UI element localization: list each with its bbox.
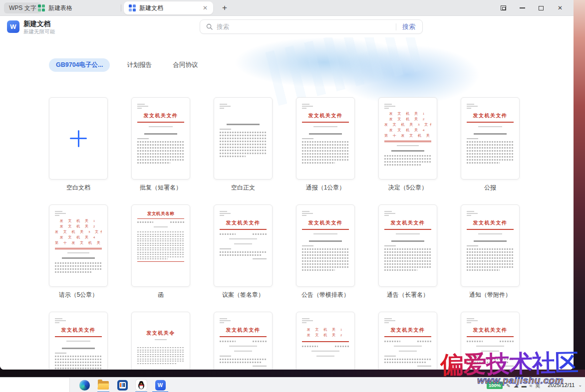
tab-new-document[interactable]: 新建文档 ✕ xyxy=(124,1,213,14)
tray-chevron-icon[interactable]: ⌄ xyxy=(578,383,582,388)
doc-header-lines xyxy=(55,211,102,216)
template-card-函[interactable]: 发文机关名称 xyxy=(131,204,190,287)
ime-icon[interactable]: 英 xyxy=(535,383,540,389)
doc-red-title: 发文机关文件 xyxy=(302,219,349,226)
category-tab-1[interactable]: GB9704电子公... xyxy=(49,58,110,72)
minimize-icon[interactable] xyxy=(516,2,529,14)
tab-label: 新建文档 xyxy=(139,4,163,12)
template-label: 议案（签名章） xyxy=(214,291,273,299)
template-card-row3-1[interactable]: 发文机关文件 xyxy=(49,312,108,370)
pen-icon[interactable]: ✎ xyxy=(506,383,510,389)
template-card-批复（短署名）[interactable]: 发文机关文件 xyxy=(131,97,190,180)
doc-red-org-row: 发 文 机 关 2 xyxy=(302,333,349,338)
page-subtitle: 新建无限可能 xyxy=(23,28,55,35)
wps-window: WPS 文字 新建表格 新建文档 ✕ + ✕ W 新建文档 新建无限可能 xyxy=(0,0,574,370)
tab-label: 新建表格 xyxy=(48,4,72,12)
doc-red-org-row: 发 文 机 关 1 xyxy=(302,327,349,333)
doc-red-org-row: 发 文 机 关 1 xyxy=(384,111,431,117)
battery-indicator[interactable]: 100% xyxy=(487,382,503,389)
category-tab-2[interactable]: 计划报告 xyxy=(123,58,156,72)
taskbar-app-edge[interactable] xyxy=(75,378,94,392)
template-label: 通知（带附件） xyxy=(461,291,520,299)
maximize-icon[interactable] xyxy=(535,2,548,14)
doc-header-lines xyxy=(220,211,267,216)
template-label: 通报（1公章） xyxy=(296,184,355,192)
template-card-决定（5公章）[interactable]: 发 文 机 关 1发 文 机 关 2发 文 机 关 3 文件发 文 机 关 4第… xyxy=(378,97,437,180)
template-card-通报（1公章）[interactable]: 发文机关文件 xyxy=(296,97,355,180)
doc-header-lines xyxy=(55,318,102,323)
doc-red-title: 发文机关文件 xyxy=(302,112,349,119)
doc-red-title: 发文机关文件 xyxy=(55,327,102,334)
close-icon[interactable]: ✕ xyxy=(554,2,567,14)
tab-close-icon[interactable]: ✕ xyxy=(201,4,209,12)
doc-header-lines xyxy=(302,318,349,323)
doc-red-name: 发文机关名称 xyxy=(137,211,184,217)
integration-mode-icon[interactable] xyxy=(497,2,510,14)
template-label: 决定（5公章） xyxy=(378,184,437,192)
search-button[interactable]: 搜索 xyxy=(402,22,415,31)
network-icon[interactable]: ≈ xyxy=(530,383,533,389)
doc-red-title: 发文机关文件 xyxy=(467,112,514,119)
doc-red-org-row: 发 文 机 关 1 xyxy=(55,218,102,224)
doc-red-org-row: 发 文 机 关 2 xyxy=(384,117,431,122)
tab-bar: WPS 文字 新建表格 新建文档 ✕ + ✕ xyxy=(0,0,574,16)
template-card-row3-5[interactable]: 发文机关文件 xyxy=(378,312,437,370)
template-card-议案（签名章）[interactable]: 发文机关文件 xyxy=(214,204,273,287)
doc-header-lines xyxy=(467,211,514,216)
taskbar-date[interactable]: 2025/12/11 xyxy=(548,382,575,388)
doc-red-title: 发文机关文件 xyxy=(384,219,431,226)
template-card-空白文档[interactable] xyxy=(49,97,108,180)
category-tab-3[interactable]: 合同协议 xyxy=(169,58,202,72)
doc-red-org-row: 发 文 机 关 4 xyxy=(384,128,431,133)
doc-header-lines xyxy=(384,104,431,109)
template-card-请示（5公章）[interactable]: 发 文 机 关 1发 文 机 关 2发 文 机 关 3 文件发 文 机 关 4第… xyxy=(49,204,108,287)
template-card-通告（长署名）[interactable]: 发文机关文件 xyxy=(378,204,437,287)
taskbar-app-file-explorer[interactable] xyxy=(94,378,113,392)
page-title: 新建文档 xyxy=(23,19,50,28)
taskbar-app-app-store[interactable] xyxy=(113,378,132,392)
search-divider xyxy=(396,23,396,30)
template-label: 公告（带横排表） xyxy=(296,291,355,299)
template-label: 请示（5公章） xyxy=(49,291,108,299)
doc-red-org-row: 发 文 机 关 4 xyxy=(55,235,102,240)
doc-red-org-row: 第 十 发 文 机 关 xyxy=(384,133,431,139)
document-grid-icon xyxy=(129,4,136,11)
wps-icon: W xyxy=(155,380,166,391)
edge-icon xyxy=(79,380,90,391)
template-card-row3-3[interactable]: 发文机关文件 xyxy=(214,312,273,370)
search-icon xyxy=(206,23,213,30)
wps-writer-badge: W xyxy=(7,20,19,33)
template-card-公报[interactable]: 发文机关文件 xyxy=(461,97,520,180)
spreadsheet-grid-icon xyxy=(38,4,45,11)
taskbar-app-qq[interactable] xyxy=(132,378,151,392)
cloud-icon[interactable]: ☁ xyxy=(514,383,519,389)
template-card-row3-4[interactable]: 发 文 机 关 1发 文 机 关 2 xyxy=(296,312,355,370)
doc-red-org-row: 发 文 机 关 3 文件 xyxy=(55,229,102,235)
search-input[interactable] xyxy=(217,23,396,30)
doc-header-lines xyxy=(302,211,349,216)
taskbar-app-wps[interactable]: W xyxy=(151,378,170,392)
doc-red-org-row: 发 文 机 关 2 xyxy=(55,224,102,229)
qq-icon xyxy=(136,380,147,391)
device-icon[interactable]: ▬ xyxy=(522,383,527,389)
template-card-row3-2[interactable]: 发文机关令 xyxy=(131,312,190,370)
doc-header-lines xyxy=(467,318,514,323)
doc-red-org-row: 第 十 发 文 机 关 xyxy=(55,240,102,246)
template-card-空白正文[interactable] xyxy=(214,97,273,180)
template-label: 空白文档 xyxy=(49,184,108,192)
doc-header-lines xyxy=(220,318,267,323)
doc-header-lines xyxy=(137,104,184,109)
doc-red-org-row: 发 文 机 关 3 文件 xyxy=(384,122,431,128)
template-card-row3-6[interactable]: 发文机关文件 xyxy=(461,312,520,370)
doc-red-title: 发文机关文件 xyxy=(384,327,431,334)
tab-new-spreadsheet[interactable]: 新建表格 xyxy=(33,1,118,14)
app-header: W 新建文档 新建无限可能 搜索 xyxy=(0,16,574,37)
new-tab-button[interactable]: + xyxy=(220,3,230,13)
template-card-通知（带附件）[interactable]: 发文机关文件 xyxy=(461,204,520,287)
desktop-screen: WPS 文字 新建表格 新建文档 ✕ + ✕ W 新建文档 新建无限可能 xyxy=(0,0,585,392)
template-card-公告（带横排表）[interactable]: 发文机关文件 xyxy=(296,204,355,287)
wallpaper-bottom-strip xyxy=(0,370,585,377)
taskbar-search-box[interactable] xyxy=(0,378,70,392)
wallpaper-right-strip xyxy=(574,0,585,377)
template-grid: 空白文档发文机关文件批复（短署名）空白正文发文机关文件通报（1公章）发 文 机 … xyxy=(0,37,574,370)
